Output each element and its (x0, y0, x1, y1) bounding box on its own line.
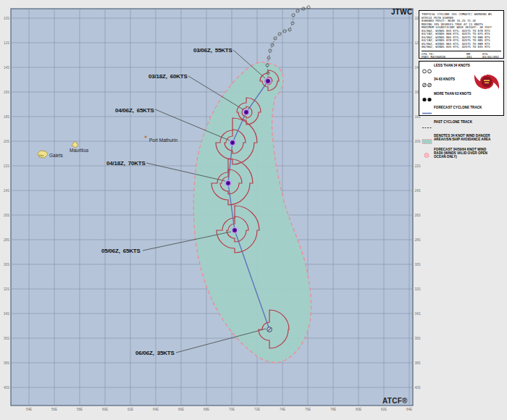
lon-tick-label: 82E (381, 408, 387, 411)
cyclone-text-mark (484, 80, 490, 81)
place-label-port-mathurin: Port Mathurin (149, 138, 177, 143)
callout-label: 03/06Z, 55KTS (193, 47, 233, 54)
lon-tick-label: 66E (178, 408, 184, 411)
lat-tick-label: 38S (4, 361, 9, 365)
warning-line: 06/06Z, WINDS 035 KTS, GUSTS TO 045 KTS (422, 46, 501, 49)
lon-tick-label: 76E (305, 408, 311, 411)
forecast-point-symbol (243, 109, 250, 116)
lon-tick-label: 84E (406, 408, 412, 411)
lat-tick-label: 22S (4, 164, 9, 168)
cpa-nm-value: 391 (466, 56, 482, 59)
legend-symbol-lt34 (422, 69, 432, 74)
lon-tick-label: 78E (330, 408, 336, 411)
legend-label: FORECAST 34/50/64 KNOT WIND RADII (WINDS… (434, 148, 496, 159)
lat-tick-label: 26S (4, 214, 9, 217)
lon-tick-label: 72E (254, 408, 260, 411)
lon-tick-label: 70E (229, 408, 235, 411)
lat-tick-label: 36S (415, 337, 421, 340)
galets-island-text: Des (39, 154, 43, 157)
legend-symbol-gt63 (422, 97, 432, 102)
legend-symbol (422, 92, 432, 105)
jtwc-label: JTWC (391, 8, 413, 16)
legend-row: FORECAST 34/50/64 KNOT WIND RADII (WINDS… (422, 148, 501, 161)
lat-tick-label: 24S (4, 189, 9, 193)
intensity-core (234, 230, 235, 231)
legend-symbol (422, 64, 432, 77)
lon-tick-label: 64E (153, 408, 159, 411)
lat-tick-label: 28S (4, 238, 9, 242)
port-mathurin-dot (144, 135, 146, 138)
lat-tick-label: 32S (4, 287, 9, 291)
place-label-galets: Galets (49, 153, 64, 158)
legend-box: LESS THAN 34 KNOTS34-63 KNOTSMORE THAN 6… (419, 61, 504, 116)
lat-tick-label: 18S (4, 115, 9, 119)
lon-tick-label: 54E (26, 408, 32, 411)
forecast-point-symbol (264, 77, 272, 85)
warning-box: TROPICAL CYCLONE 25S (EMNATI) WARNING #5… (419, 10, 504, 59)
lon-tick-label: 62E (127, 408, 133, 411)
cyclone-text-mark (485, 83, 489, 83)
lat-tick-label: 30S (4, 263, 9, 266)
lat-tick-label: 24S (415, 189, 421, 193)
lat-tick-label: 20S (4, 140, 9, 143)
legend-symbol-forecast-track (422, 111, 432, 116)
callout-label: 06/06Z, 35KTS (135, 350, 175, 356)
lat-tick-label: 16S (4, 91, 9, 94)
intensity-core (232, 142, 233, 143)
lon-tick-label: 58E (77, 408, 83, 411)
lat-tick-label: 30S (415, 263, 421, 266)
legend-label: PAST CYCLONE TRACK (434, 120, 472, 124)
atcf-label: ATCF® (382, 397, 408, 405)
lat-tick-label: 28S (415, 238, 421, 242)
cyclone-icon (472, 64, 501, 103)
forecast-point-symbol (267, 327, 272, 332)
intensity-core (227, 182, 229, 184)
legend-label: LESS THAN 34 KNOTS (434, 64, 470, 67)
lat-tick-label: 40S (415, 386, 421, 390)
legend-symbol-wind-radii (422, 153, 432, 158)
lat-tick-label: 32S (415, 287, 421, 291)
lon-tick-label: 68E (204, 408, 209, 411)
forecast-point-symbol (229, 139, 236, 146)
place-label-mauritius: Mauritius (70, 148, 89, 153)
cpa-section: CPA TO: NM DTG PORT_MATHURIN 391 04/04/0… (422, 51, 501, 59)
lat-tick-label: 38S (415, 361, 421, 365)
cpa-dtg-value: 04/04/09Z (482, 56, 501, 59)
lon-tick-label: 80E (356, 408, 361, 411)
forecast-point-symbol (231, 227, 238, 234)
legend-row: PAST CYCLONE TRACK (422, 120, 501, 133)
callout-label: 04/18Z, 70KTS (106, 160, 146, 167)
lat-tick-label: 20S (415, 140, 421, 143)
callout-label: 04/06Z, 65KTS (115, 107, 155, 114)
cyclone-symbol-graphic (472, 64, 501, 100)
legend-symbol-danger-area (422, 139, 432, 144)
lat-tick-label: 36S (4, 337, 9, 340)
lat-tick-label: 34S (4, 312, 9, 316)
legend-label: 34-63 KNOTS (434, 77, 455, 81)
cpa-target: PORT_MATHURIN (422, 56, 466, 59)
legend-symbol (422, 148, 432, 161)
lat-tick-label: 12S (4, 41, 9, 45)
lat-tick-label: 26S (415, 214, 421, 217)
intensity-core (267, 80, 269, 82)
legend-symbol (422, 77, 432, 91)
legend-row: FORECAST CYCLONE TRACK (422, 106, 501, 119)
legend-row: DENOTES 34 KNOT WIND DANGER AREA/USN SHI… (422, 134, 501, 147)
lon-tick-label: 56E (51, 408, 57, 411)
lon-tick-label: 74E (280, 408, 285, 411)
lat-tick-label: 14S (4, 66, 9, 70)
legend-symbol (422, 134, 432, 147)
legend-symbol (422, 106, 432, 119)
lat-tick-label: 10S (4, 17, 9, 20)
intensity-core (246, 112, 247, 113)
legend-label: MORE THAN 63 KNOTS (434, 92, 472, 96)
lat-tick-label: 34S (415, 312, 421, 316)
lat-tick-label: 22S (415, 164, 421, 168)
legend-symbol (422, 120, 432, 133)
callout-label: 03/18Z, 60KTS (148, 73, 188, 80)
warning-text-block: TROPICAL CYCLONE 25S (EMNATI) WARNING #5… (422, 13, 501, 49)
legend-label: DENOTES 34 KNOT WIND DANGER AREA/USN SHI… (434, 134, 496, 141)
forecast-point-symbol (225, 180, 232, 187)
lat-tick-label: 40S (4, 386, 9, 390)
legend-symbol-34-63 (422, 83, 432, 88)
